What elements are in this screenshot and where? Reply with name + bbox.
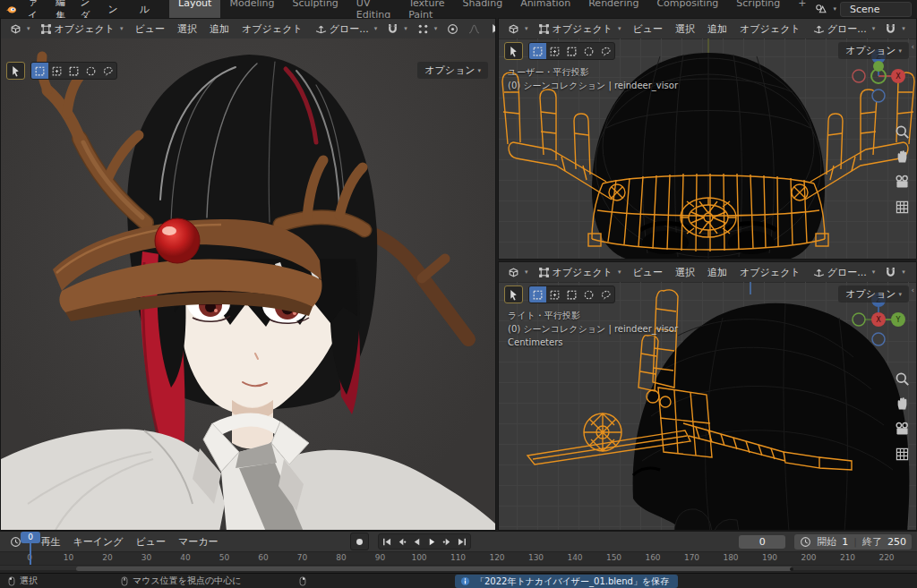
frame-tick-label: 220 (878, 553, 894, 562)
viewport-menu-item[interactable]: オブジェクト (733, 21, 807, 38)
select-circle-button[interactable] (580, 43, 597, 59)
viewport-main-header: ▾ オブジェクト▾ ビュー選択追加オブジェクト グロー...▾ ▾ ▾ ▾ ▾ (1, 19, 495, 39)
prev-keyframe-button[interactable] (394, 534, 409, 549)
pan-hand-icon[interactable] (895, 396, 910, 412)
options-button-front[interactable]: オプション▾ (838, 42, 909, 59)
select-extend-button[interactable] (546, 43, 563, 59)
magnet-icon (885, 23, 896, 35)
current-frame-field[interactable]: 0 (739, 535, 785, 549)
box-select-icon (34, 65, 46, 77)
timeline-menu-item[interactable]: マーカー (172, 533, 225, 550)
viewport-menu-item[interactable]: オブジェクト (236, 21, 309, 38)
timeline-editor[interactable]: ▾ 再生キーイングビューマーカー 0 開始 1 | 終了 250 0102030… (0, 531, 917, 573)
select-lasso-button[interactable] (597, 43, 614, 59)
snap-dropdown[interactable]: ▾ (382, 22, 412, 36)
mode-selector[interactable]: オブジェクト▾ (36, 21, 128, 37)
play-button[interactable] (424, 534, 440, 549)
select-extend-button[interactable] (48, 63, 65, 79)
viewport-menu-item[interactable]: ビュー (129, 21, 172, 38)
mouse-middle-icon (120, 575, 133, 587)
scene-name-field[interactable]: Scene (840, 2, 912, 17)
frame-tick-label: 90 (375, 553, 385, 562)
select-subtract-button[interactable] (563, 43, 580, 59)
viewport-menu-item[interactable]: 追加 (701, 21, 733, 38)
viewport-front[interactable]: ▾ オブジェクト▾ ビュー選択追加オブジェクト グロー...▾ ▾ ▾ ▾ (498, 18, 917, 260)
toggle-grid-icon[interactable] (895, 447, 910, 462)
active-tool-button[interactable] (504, 285, 523, 303)
playhead-current-frame[interactable]: 0 (21, 532, 40, 543)
end-frame-value[interactable]: 250 (887, 536, 906, 548)
scene-icon[interactable] (815, 4, 827, 15)
viewport-front-menus: ビュー選択追加オブジェクト (627, 21, 807, 38)
proportional-edit-toggle[interactable] (442, 22, 463, 36)
blender-logo-icon[interactable] (5, 4, 17, 15)
select-subtract-button[interactable] (65, 63, 82, 79)
jump-to-start-button[interactable] (379, 534, 394, 549)
save-notification[interactable]: 「2022年トナカイバイザー_01.blend」を保存 (455, 575, 678, 588)
select-lasso-button[interactable] (99, 63, 116, 79)
active-tool-button[interactable] (6, 62, 25, 80)
active-tool-button[interactable] (504, 42, 523, 60)
viewport-menu-item[interactable]: ビュー (627, 21, 670, 38)
zoom-tool-icon[interactable] (895, 371, 910, 387)
editor-type-button[interactable]: ▾ (5, 22, 35, 36)
editor-type-button[interactable]: ▾ (503, 266, 533, 279)
camera-view-icon[interactable] (895, 175, 910, 190)
select-box-button[interactable] (529, 286, 546, 303)
pivot-point-dropdown[interactable]: ▾ (413, 22, 442, 36)
proportional-falloff-dropdown[interactable] (464, 22, 484, 36)
viewport-side[interactable]: ▾ オブジェクト▾ ビュー選択追加オブジェクト グロー...▾ ▾ ▾ ▾ ▾ (498, 261, 917, 531)
options-button-side[interactable]: オプション▾ (838, 285, 909, 303)
viewport-menu-item[interactable]: 選択 (669, 21, 701, 38)
select-circle-button[interactable] (82, 63, 99, 79)
frame-tick-label: 60 (258, 553, 268, 562)
transform-orientation-dropdown[interactable]: グロー...▾ (809, 265, 880, 280)
timeline-scrollbar[interactable] (76, 567, 793, 571)
viewport-main[interactable]: ▾ オブジェクト▾ ビュー選択追加オブジェクト グロー...▾ ▾ ▾ ▾ ▾ (0, 18, 496, 531)
collapse-arrow-icon[interactable]: ‹ (911, 42, 914, 51)
toggle-grid-icon[interactable] (895, 200, 910, 215)
viewport-main-canvas[interactable]: オプション▾ (1, 38, 495, 530)
auto-keying-record-button[interactable] (350, 533, 369, 550)
viewport-menu-item[interactable]: 追加 (701, 264, 733, 281)
pivot-point-dropdown[interactable]: ▾ (911, 22, 916, 36)
viewport-menu-item[interactable]: 選択 (171, 21, 203, 38)
transform-orientation-dropdown[interactable]: グロー...▾ (809, 21, 880, 37)
lmb-hint: 選択 (7, 575, 38, 587)
transform-orientation-dropdown[interactable]: グロー...▾ (311, 21, 382, 37)
zoom-tool-icon[interactable] (895, 124, 910, 140)
collapse-arrow-icon[interactable]: ‹ (911, 285, 914, 294)
viewport-side-canvas[interactable]: Z Y X ‹ (499, 282, 916, 530)
mode-selector[interactable]: オブジェクト▾ (534, 21, 626, 37)
select-subtract-button[interactable] (563, 286, 580, 303)
timeline-menu-item[interactable]: ビュー (130, 533, 173, 550)
select-lasso-button[interactable] (597, 286, 614, 303)
select-box-button[interactable] (529, 43, 546, 59)
gizmos-dropdown[interactable]: ▾ (485, 22, 495, 36)
next-keyframe-button[interactable] (440, 534, 455, 549)
timeline-ruler[interactable]: 0102030405060708090100110120130140150160… (0, 551, 917, 565)
select-box-button[interactable] (31, 63, 48, 79)
snap-dropdown[interactable]: ▾ (880, 22, 910, 36)
lasso-select-icon (600, 289, 612, 301)
viewport-menu-item[interactable]: ビュー (627, 264, 670, 281)
timeline-menu-item[interactable]: キーイング (67, 533, 130, 550)
viewport-menu-item[interactable]: 選択 (669, 264, 701, 281)
viewport-menu-item[interactable]: 追加 (203, 21, 236, 38)
play-reverse-button[interactable] (409, 534, 424, 549)
viewport-front-canvas[interactable]: Z X ‹ (499, 38, 916, 259)
options-button-main[interactable]: オプション▾ (417, 62, 488, 79)
viewport-menu-item[interactable]: オブジェクト (733, 264, 807, 281)
select-extend-button[interactable] (546, 286, 563, 303)
pan-hand-icon[interactable] (895, 149, 910, 165)
mmb-hint-label: マウス位置を視点の中心に (133, 575, 241, 587)
editor-type-button[interactable]: ▾ (503, 22, 533, 36)
jump-to-end-button[interactable] (455, 534, 470, 549)
start-frame-value[interactable]: 1 (842, 536, 848, 548)
camera-view-icon[interactable] (895, 422, 910, 437)
mode-selector[interactable]: オブジェクト▾ (534, 265, 626, 280)
snap-dropdown[interactable]: ▾ (880, 266, 910, 279)
select-circle-button[interactable] (580, 286, 597, 303)
pivot-point-dropdown[interactable]: ▾ (911, 266, 916, 279)
stopwatch-icon[interactable] (800, 536, 811, 548)
